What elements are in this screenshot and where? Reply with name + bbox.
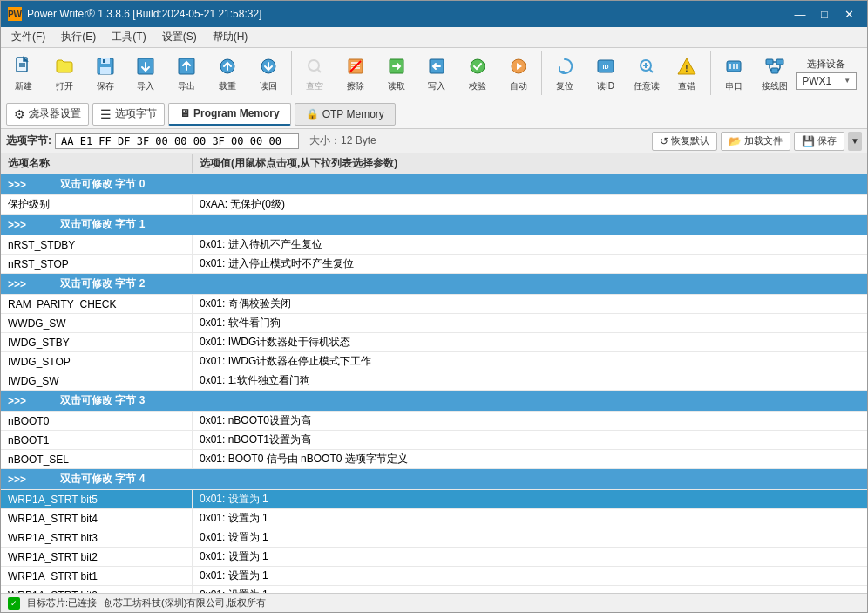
row-value[interactable]: 0x01: 设置为 1 <box>193 509 867 528</box>
toolbar-separator-2 <box>541 51 542 95</box>
intentread-button[interactable]: 任意读 <box>627 51 666 96</box>
svg-rect-6 <box>103 59 105 63</box>
table-row: >>>双击可修改 字节 4 <box>1 469 867 490</box>
table-row[interactable]: nBOOT00x01: nBOOT0设置为高 <box>1 412 867 431</box>
table-row[interactable]: RAM_PARITY_CHECK0x01: 奇偶校验关闭 <box>1 295 867 314</box>
row-value[interactable]: 0x01: 进入待机不产生复位 <box>193 235 867 254</box>
menu-settings[interactable]: 设置(S) <box>155 28 204 46</box>
table-row[interactable]: nBOOT_SEL0x01: BOOT0 信号由 nBOOT0 选项字节定义 <box>1 450 867 469</box>
status-indicator <box>8 597 20 610</box>
save-icon <box>93 54 118 78</box>
row-name: WRP1A_STRT bit2 <box>1 548 193 566</box>
save-option-icon: 💾 <box>802 135 815 147</box>
close-button[interactable]: ✕ <box>837 5 860 23</box>
query-button[interactable]: 查空 <box>295 51 335 96</box>
title-bar: PW Power Writer® 1.3.8.6 [Build:2024-05-… <box>1 1 867 27</box>
load-file-button[interactable]: 📂 加载文件 <box>721 132 790 151</box>
option-hex-input[interactable] <box>55 133 299 149</box>
table-row[interactable]: nRST_STDBY0x01: 进入待机不产生复位 <box>1 235 867 255</box>
row-value[interactable]: 0x01: 设置为 1 <box>193 528 867 547</box>
table-row[interactable]: 保护级别0xAA: 无保护(0级) <box>1 195 867 215</box>
load-button[interactable]: 载重 <box>208 51 248 96</box>
checkerror-button[interactable]: ! 查错 <box>668 51 707 96</box>
read-icon <box>384 54 409 78</box>
row-value[interactable]: 0xAA: 无保护(0级) <box>193 195 867 214</box>
menu-exec[interactable]: 执行(E) <box>54 28 103 46</box>
save-button[interactable]: 保存 <box>85 51 125 96</box>
export-icon <box>174 54 199 78</box>
option-byte-button[interactable]: ☰ 选项字节 <box>92 103 165 126</box>
table-row[interactable]: WRP1A_STRT bit40x01: 设置为 1 <box>1 509 867 528</box>
reset-icon <box>553 54 577 78</box>
table-row[interactable]: nBOOT10x01: nBOOT1设置为高 <box>1 431 867 450</box>
row-value[interactable]: 0x01: 进入停止模式时不产生复位 <box>193 255 867 273</box>
new-button[interactable]: 新建 <box>4 51 44 96</box>
wiring-button[interactable]: 接线图 <box>755 51 794 96</box>
reset-button[interactable]: 复位 <box>546 51 585 96</box>
table-content[interactable]: >>>双击可修改 字节 0保护级别0xAA: 无保护(0级)>>>双击可修改 字… <box>1 174 867 593</box>
maximize-button[interactable]: □ <box>813 5 836 23</box>
row-value[interactable]: 0x01: 设置为 1 <box>193 490 867 508</box>
list-icon: ☰ <box>100 107 112 121</box>
table-row[interactable]: IWDG_STBY0x01: IWDG计数器处于待机状态 <box>1 333 867 352</box>
readback-button[interactable]: 读回 <box>248 51 288 96</box>
auto-button[interactable]: 自动 <box>498 51 538 96</box>
table-row[interactable]: WRP1A_STRT bit50x01: 设置为 1 <box>1 490 867 509</box>
export-button[interactable]: 导出 <box>167 51 207 96</box>
import-button[interactable]: 导入 <box>126 51 166 96</box>
burn-settings-button[interactable]: ⚙ 烧录器设置 <box>6 103 89 126</box>
table-row[interactable]: WRP1A_STRT bit00x01: 设置为 1 <box>1 586 867 593</box>
table-row[interactable]: nRST_STOP0x01: 进入停止模式时不产生复位 <box>1 255 867 274</box>
minimize-button[interactable]: — <box>789 5 811 23</box>
row-value[interactable]: 0x01: 软件看门狗 <box>193 314 867 332</box>
device-dropdown[interactable]: PWX1 ▼ <box>796 72 857 90</box>
table-row[interactable]: WRP1A_STRT bit20x01: 设置为 1 <box>1 548 867 567</box>
otp-memory-button[interactable]: 🔒 OTP Memory <box>295 103 396 126</box>
wiring-icon <box>763 54 787 78</box>
table-row: >>>双击可修改 字节 3 <box>1 391 867 412</box>
row-value[interactable]: 0x01: nBOOT0设置为高 <box>193 412 867 430</box>
device-select-label: 选择设备 <box>807 58 845 71</box>
table-row[interactable]: IWDG_STOP0x01: IWDG计数器在停止模式下工作 <box>1 352 867 371</box>
row-value[interactable]: 0x01: BOOT0 信号由 nBOOT0 选项字节定义 <box>193 450 867 468</box>
row-value[interactable]: 0x01: nBOOT1设置为高 <box>193 431 867 449</box>
row-value[interactable]: 0x01: 设置为 1 <box>193 548 867 566</box>
menu-file[interactable]: 文件(F) <box>4 28 52 46</box>
write-button[interactable]: 写入 <box>417 51 457 96</box>
verify-icon <box>465 54 490 78</box>
row-value[interactable]: 0x01: IWDG计数器处于待机状态 <box>193 333 867 351</box>
menu-tools[interactable]: 工具(T) <box>105 28 153 46</box>
section-title: 双击可修改 字节 4 <box>53 469 867 489</box>
query-icon <box>302 54 327 78</box>
status-company: 创芯工坊科技(深圳)有限公司,版权所有 <box>104 596 266 610</box>
row-value[interactable]: 0x01: 奇偶校验关闭 <box>193 295 867 313</box>
row-value[interactable]: 0x01: IWDG计数器在停止模式下工作 <box>193 352 867 371</box>
device-value: PWX1 <box>802 75 831 87</box>
row-value[interactable]: 0x01: 设置为 1 <box>193 567 867 585</box>
erase-button[interactable]: 擦除 <box>336 51 376 96</box>
option-dropdown-arrow[interactable]: ▼ <box>848 132 862 151</box>
auto-icon <box>506 54 531 78</box>
row-name: WRP1A_STRT bit1 <box>1 567 193 585</box>
port-button[interactable]: 串口 <box>715 51 754 96</box>
toolbar-separator-1 <box>291 51 292 95</box>
read-button[interactable]: 读取 <box>376 51 416 96</box>
table-row[interactable]: IWDG_SW0x01: 1:软件独立看门狗 <box>1 371 867 391</box>
save-option-button[interactable]: 💾 保存 <box>794 132 844 151</box>
row-value[interactable]: 0x01: 1:软件独立看门狗 <box>193 371 867 390</box>
title-bar-controls[interactable]: — □ ✕ <box>789 5 860 23</box>
row-value[interactable]: 0x01: 设置为 1 <box>193 586 867 593</box>
option-label: 选项字节: <box>6 133 51 148</box>
menu-help[interactable]: 帮助(H) <box>206 28 255 46</box>
program-memory-button[interactable]: 🖥 Program Memory <box>168 103 291 126</box>
device-select-area: 选择设备 PWX1 ▼ <box>796 58 864 90</box>
row-name: 保护级别 <box>1 195 193 214</box>
verify-button[interactable]: 校验 <box>458 51 498 96</box>
table-row[interactable]: WRP1A_STRT bit10x01: 设置为 1 <box>1 567 867 586</box>
table-row[interactable]: WWDG_SW0x01: 软件看门狗 <box>1 314 867 333</box>
table-row[interactable]: WRP1A_STRT bit30x01: 设置为 1 <box>1 528 867 548</box>
readid-button[interactable]: ID 读ID <box>587 51 626 96</box>
restore-default-button[interactable]: ↺ 恢复默认 <box>652 132 717 151</box>
section-title: 双击可修改 字节 0 <box>53 174 867 194</box>
open-button[interactable]: 打开 <box>45 51 85 96</box>
